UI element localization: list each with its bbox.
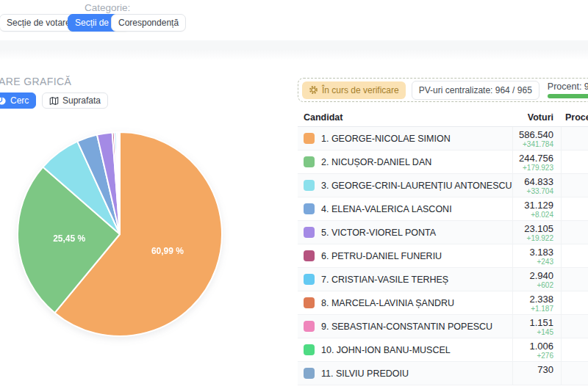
map-icon <box>49 96 59 106</box>
candidate-color-swatch <box>304 368 315 379</box>
votes-value: 31.129 <box>513 200 553 210</box>
column-header-voturi: Voturi <box>512 112 561 123</box>
candidate-name: 10. JOHN-ION BANU-MUSCEL <box>321 345 451 355</box>
candidate-color-swatch <box>304 344 315 355</box>
candidate-color-swatch <box>304 180 315 191</box>
view-toggle-label: Cerc <box>10 95 29 106</box>
candidate-color-swatch <box>304 227 315 238</box>
centralization-status-box: În curs de verificare PV-uri centralizat… <box>298 78 588 102</box>
votes-delta: +8.024 <box>513 211 553 219</box>
candidate-name: 6. PETRU-DANIEL FUNERIU <box>321 251 442 261</box>
candidate-color-swatch <box>304 203 315 214</box>
candidate-name: 2. NICUȘOR-DANIEL DAN <box>321 157 431 167</box>
table-row[interactable]: 6. PETRU-DANIEL FUNERIU3.183+243 <box>298 244 588 268</box>
candidate-color-swatch <box>304 133 315 144</box>
view-toggle-label: Suprafata <box>62 95 101 106</box>
votes-delta: +1.187 <box>513 305 553 313</box>
candidate-name: 7. CRISTIAN-VASILE TERHEȘ <box>321 275 448 285</box>
verification-status-badge: În curs de verificare <box>302 81 406 99</box>
candidate-name: 9. SEBASTIAN-CONSTANTIN POPESCU <box>321 322 492 332</box>
candidate-color-swatch <box>304 297 315 308</box>
votes-delta: +145 <box>513 328 553 336</box>
votes-delta: +179.923 <box>513 164 553 172</box>
votes-value: 586.540 <box>513 130 553 139</box>
votes-value: 64.833 <box>513 177 553 186</box>
candidate-name: 5. VICTOR-VIOREL PONTA <box>321 228 436 238</box>
gear-icon <box>309 85 318 95</box>
category-label: Categorie: <box>85 2 130 13</box>
table-row[interactable]: 11. SILVIU PREDOIU730 <box>298 362 588 385</box>
votes-delta: +341.784 <box>513 140 553 148</box>
votes-value: 23.105 <box>513 224 553 233</box>
votes-value: 2.940 <box>513 271 553 280</box>
votes-value: 2.338 <box>513 294 553 304</box>
table-row[interactable]: 9. SEBASTIAN-CONSTANTIN POPESCU1.151+145 <box>298 315 588 338</box>
votes-value: 3.183 <box>513 247 553 257</box>
table-row[interactable]: 10. JOHN-ION BANU-MUSCEL1.006+276 <box>298 338 588 362</box>
votes-value: 730 <box>513 365 553 374</box>
table-header: Candidat Voturi Procent <box>298 108 588 127</box>
table-body: 1. GEORGE-NICOLAE SIMION586.540+341.7842… <box>298 127 588 385</box>
votes-delta: +19.922 <box>513 234 553 242</box>
section-divider-band <box>0 40 588 50</box>
percent-cell <box>561 338 588 361</box>
pie-chart-icon <box>0 96 7 106</box>
table-row[interactable]: 3. GEORGE-CRIN-LAURENȚIU ANTONESCU64.833… <box>298 174 588 197</box>
candidate-color-swatch <box>304 156 315 167</box>
votes-value: 1.151 <box>513 318 553 327</box>
percent-cell <box>561 244 588 267</box>
votes-delta: +243 <box>513 258 553 266</box>
pie-slice-percent-label: 25,45 % <box>53 233 85 244</box>
candidate-name: 1. GEORGE-NICOLAE SIMION <box>321 134 451 144</box>
candidate-color-swatch <box>304 250 315 261</box>
candidate-color-swatch <box>304 321 315 332</box>
chart-section-heading: ARE GRAFICĂ <box>0 76 71 87</box>
candidate-name: 11. SILVIU PREDOIU <box>321 369 409 379</box>
percent-label: Procent: 99,90 % <box>548 81 588 92</box>
votes-delta: +602 <box>513 281 553 289</box>
votes-value: 1.006 <box>513 341 553 351</box>
candidate-name: 8. MARCELA-LAVINIA ȘANDRU <box>321 298 454 308</box>
tab-sectie-de-votare[interactable]: Secție de votare <box>0 14 78 32</box>
percent-indicator: Procent: 99,90 % <box>548 81 588 98</box>
column-header-candidat: Candidat <box>298 112 512 123</box>
percent-cell <box>561 268 588 291</box>
table-row[interactable]: 1. GEORGE-NICOLAE SIMION586.540+341.784 <box>298 127 588 150</box>
percent-cell <box>561 362 588 385</box>
votes-delta: +276 <box>513 352 553 360</box>
results-table: Candidat Voturi Procent 1. GEORGE-NICOLA… <box>298 108 588 385</box>
tab-corespondenta[interactable]: Corespondență <box>111 14 186 32</box>
percent-cell <box>561 291 588 314</box>
votes-value: 244.756 <box>513 153 553 163</box>
percent-cell <box>561 127 588 150</box>
candidate-color-swatch <box>304 274 315 285</box>
view-toggle-suprafata[interactable]: Suprafata <box>42 92 108 109</box>
percent-cell <box>561 315 588 338</box>
pie-chart[interactable]: 60,99 %25,45 % <box>2 117 237 352</box>
column-header-procent: Procent <box>561 112 588 123</box>
table-row[interactable]: 7. CRISTIAN-VASILE TERHEȘ2.940+602 <box>298 268 588 291</box>
table-row[interactable]: 4. ELENA-VALERICA LASCONI31.129+8.024 <box>298 197 588 221</box>
view-toggle-cerc[interactable]: Cerc <box>0 92 36 109</box>
percent-cell <box>561 221 588 244</box>
pv-centralized-badge: PV-uri centralizate: 964 / 965 <box>412 81 539 100</box>
votes-delta: +33.704 <box>513 187 553 195</box>
pie-slice[interactable] <box>119 132 120 234</box>
results-screen: Categorie: Secție de votare Secții de vo… <box>0 0 588 392</box>
candidate-name: 3. GEORGE-CRIN-LAURENȚIU ANTONESCU <box>321 181 512 191</box>
percent-progress-bar <box>548 94 588 98</box>
table-row[interactable]: 8. MARCELA-LAVINIA ȘANDRU2.338+1.187 <box>298 291 588 315</box>
percent-cell <box>561 174 588 197</box>
candidate-name: 4. ELENA-VALERICA LASCONI <box>321 204 452 214</box>
verification-status-label: În curs de verificare <box>322 85 399 95</box>
percent-cell <box>561 150 588 173</box>
section-divider-fade <box>0 50 588 60</box>
table-row[interactable]: 5. VICTOR-VIOREL PONTA23.105+19.922 <box>298 221 588 244</box>
pie-slice-percent-label: 60,99 % <box>151 246 184 256</box>
table-row[interactable]: 2. NICUȘOR-DANIEL DAN244.756+179.923 <box>298 150 588 174</box>
percent-cell <box>561 197 588 220</box>
